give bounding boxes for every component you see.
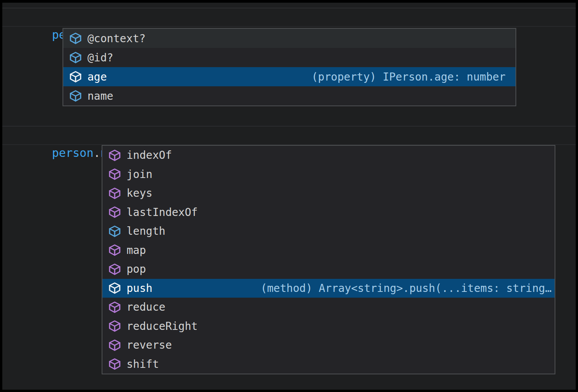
symbol-method-icon [108, 244, 122, 257]
symbol-method-icon [108, 320, 122, 333]
code-line-2[interactable]: person.name.; [2, 126, 576, 145]
suggestion-item-keys[interactable]: keys [102, 184, 555, 203]
token-variable-person: person [52, 146, 93, 160]
symbol-method-icon [108, 301, 122, 314]
suggest-widget-properties: @context? @id? age (property) IPerson.ag… [63, 28, 516, 106]
suggestion-item-pop[interactable]: pop [102, 260, 555, 279]
suggestion-label: map [127, 244, 146, 257]
suggestion-label: reduce [127, 301, 165, 313]
suggestion-item-age-selected[interactable]: age (property) IPerson.age: number [63, 67, 515, 86]
suggestion-item-join[interactable]: join [102, 165, 555, 184]
suggestion-label: @id? [87, 51, 113, 64]
suggestion-item-reverse[interactable]: reverse [102, 336, 555, 355]
suggestion-label: name [87, 90, 113, 102]
suggestion-detail: (property) IPerson.age: number [311, 71, 512, 83]
code-line-1[interactable]: person.; [2, 8, 576, 27]
suggestion-label: reduceRight [127, 320, 198, 333]
symbol-method-icon [108, 206, 122, 219]
symbol-field-icon [69, 51, 82, 64]
symbol-method-icon [108, 168, 122, 181]
editor-panel[interactable]: person.; @context? @id? age (property) I… [2, 3, 576, 390]
suggestion-label: join [127, 168, 152, 181]
symbol-method-icon [108, 149, 122, 162]
suggestion-item-indexof[interactable]: indexOf [102, 146, 555, 165]
suggestion-item-map[interactable]: map [102, 241, 555, 260]
suggestion-item-context[interactable]: @context? [63, 29, 515, 48]
symbol-method-icon [108, 263, 122, 276]
suggestion-item-reduce[interactable]: reduce [102, 298, 555, 317]
suggestion-label: length [127, 225, 165, 237]
symbol-field-icon [69, 32, 82, 45]
symbol-method-icon [108, 187, 122, 200]
suggestion-label: push [127, 282, 152, 295]
suggestion-item-reduceright[interactable]: reduceRight [102, 317, 555, 336]
suggestion-item-id[interactable]: @id? [63, 48, 515, 67]
symbol-field-icon [69, 70, 82, 83]
suggestion-label: lastIndexOf [127, 206, 198, 219]
suggestion-label: pop [127, 263, 146, 275]
suggest-widget-string-members: indexOf join keys lastIndexOf length map [102, 145, 555, 374]
suggestion-label: shift [127, 358, 159, 371]
vscode-editor-screenshot: person.; @context? @id? age (property) I… [0, 0, 578, 392]
suggestion-label: keys [127, 187, 152, 199]
suggestion-item-shift[interactable]: shift [102, 355, 555, 374]
suggestion-detail: (method) Array<string>.push(...items: st… [260, 282, 552, 295]
suggestion-label: @context? [87, 32, 146, 45]
suggestion-label: age [87, 71, 107, 83]
suggestion-item-length[interactable]: length [102, 222, 555, 241]
symbol-method-icon [108, 339, 122, 352]
symbol-field-icon [69, 89, 82, 102]
suggestion-item-lastindexof[interactable]: lastIndexOf [102, 203, 555, 222]
suggestion-label: indexOf [127, 149, 172, 161]
suggestion-item-name[interactable]: name [63, 86, 515, 105]
token-dot: . [94, 146, 100, 160]
symbol-method-icon [108, 357, 122, 371]
symbol-method-icon [108, 282, 122, 295]
suggestion-label: reverse [127, 339, 172, 351]
symbol-field-icon [108, 225, 122, 238]
suggestion-item-push-selected[interactable]: push (method) Array<string>.push(...item… [102, 279, 555, 298]
